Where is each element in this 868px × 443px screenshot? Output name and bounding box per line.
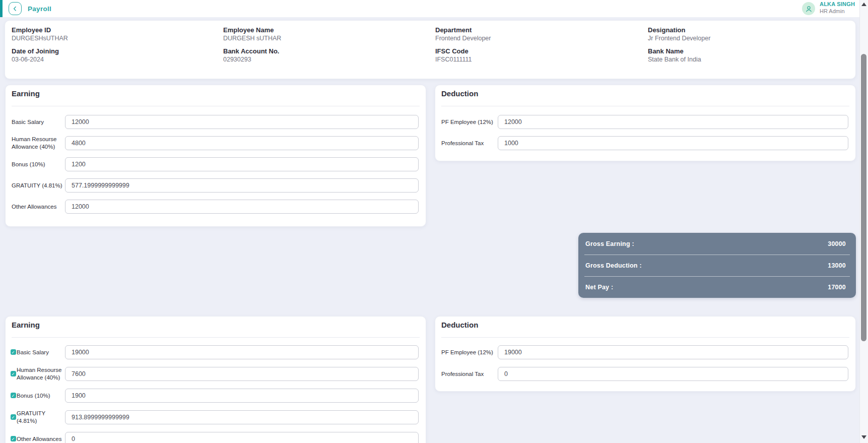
summary-value: 17000 bbox=[828, 284, 846, 291]
info-ifsc-code: IFSC Code IFSC0111111 bbox=[435, 48, 472, 63]
earning-card-current: Earning Basic Salary Human Resourse Allo… bbox=[5, 85, 426, 227]
field-label: Basic Salary bbox=[17, 349, 64, 356]
field-label: Basic Salary bbox=[12, 118, 63, 126]
card-title: Earning bbox=[12, 89, 40, 98]
info-employee-name: Employee Name DURGESH sUTHAR bbox=[223, 27, 281, 42]
triangle-up-icon[interactable] bbox=[861, 3, 866, 6]
field-label: Human Resourse Allowance (40%) bbox=[12, 136, 63, 151]
other-allowances-input-current[interactable] bbox=[65, 200, 419, 214]
other-allowances-input-new[interactable] bbox=[65, 432, 419, 443]
earning-row: Basic Salary bbox=[6, 345, 426, 359]
triangle-down-icon[interactable] bbox=[861, 435, 866, 439]
back-button[interactable] bbox=[9, 2, 22, 15]
user-info: ALKA SINGH HR Admin bbox=[820, 2, 855, 14]
hra-checkbox[interactable] bbox=[11, 371, 16, 376]
deduction-row: PF Employee (12%) bbox=[435, 115, 855, 129]
header: Payroll ALKA SINGH HR Admin bbox=[0, 0, 859, 17]
summary-label: Gross Deduction : bbox=[585, 262, 642, 269]
field-label: Human Resourse Allowance (40%) bbox=[17, 366, 64, 382]
card-title: Deduction bbox=[441, 89, 478, 98]
payroll-page: Payroll ALKA SINGH HR Admin Employee ID … bbox=[0, 0, 868, 443]
deduction-row: Professional Tax bbox=[435, 136, 855, 150]
earning-row: GRATUITY (4.81%) bbox=[6, 178, 426, 193]
bonus-input-new[interactable] bbox=[65, 389, 419, 403]
summary-value: 30000 bbox=[828, 240, 846, 247]
basic-salary-input-new[interactable] bbox=[65, 345, 419, 359]
info-date-of-joining: Date of Joining 03-06-2024 bbox=[12, 48, 59, 63]
card-title: Earning bbox=[12, 321, 40, 329]
summary-label: Net Pay : bbox=[585, 284, 613, 291]
summary-value: 13000 bbox=[828, 262, 846, 269]
gratuity-checkbox[interactable] bbox=[11, 414, 16, 420]
employee-info-card: Employee ID DURGESHsUTHAR Employee Name … bbox=[5, 20, 856, 79]
gratuity-input-current[interactable] bbox=[65, 178, 419, 193]
other-allowances-checkbox[interactable] bbox=[11, 436, 16, 441]
earning-row: Other Allowances bbox=[6, 200, 426, 214]
user-role: HR Admin bbox=[820, 9, 855, 14]
field-label: Other Allowances bbox=[12, 203, 63, 211]
divider bbox=[12, 106, 420, 106]
field-label: Professional Tax bbox=[441, 140, 495, 147]
pay-summary-card: Gross Earning : 30000 Gross Deduction : … bbox=[578, 233, 856, 298]
earning-row: GRATUITY (4.81%) bbox=[6, 410, 426, 424]
pf-employee-input-current[interactable] bbox=[498, 115, 848, 129]
deduction-row: PF Employee (12%) bbox=[435, 345, 855, 359]
deduction-row: Professional Tax bbox=[435, 367, 855, 381]
scrollbar[interactable] bbox=[859, 0, 868, 443]
field-label: Professional Tax bbox=[441, 370, 495, 378]
field-label: Other Allowances bbox=[17, 435, 64, 443]
accent-stripe bbox=[0, 0, 3, 17]
divider bbox=[12, 337, 420, 338]
bonus-input-current[interactable] bbox=[65, 157, 419, 171]
deduction-card-new: Deduction PF Employee (12%) Professional… bbox=[435, 316, 856, 392]
basic-salary-input-current[interactable] bbox=[65, 115, 419, 129]
field-label: PF Employee (12%) bbox=[441, 349, 495, 356]
field-label: Bonus (10%) bbox=[17, 392, 64, 400]
gross-deduction-row: Gross Deduction : 13000 bbox=[578, 255, 856, 276]
divider bbox=[441, 106, 849, 106]
info-bank-account: Bank Account No. 02930293 bbox=[223, 48, 279, 63]
gross-earning-row: Gross Earning : 30000 bbox=[578, 233, 856, 255]
avatar[interactable] bbox=[802, 2, 815, 15]
earning-row: Bonus (10%) bbox=[6, 157, 426, 171]
info-designation: Designation Jr Frontend Developer bbox=[648, 27, 710, 42]
field-label: Bonus (10%) bbox=[12, 161, 63, 168]
earning-row: Human Resourse Allowance (40%) bbox=[6, 367, 426, 381]
earning-row: Human Resourse Allowance (40%) bbox=[6, 136, 426, 150]
hra-input-current[interactable] bbox=[65, 136, 419, 150]
info-department: Department Frontend Developer bbox=[435, 27, 491, 42]
info-bank-name: Bank Name State Bank of India bbox=[648, 48, 701, 63]
chevron-left-icon bbox=[12, 5, 19, 12]
earning-card-new: Earning Basic Salary Human Resourse Allo… bbox=[5, 316, 426, 443]
earning-row: Bonus (10%) bbox=[6, 389, 426, 403]
professional-tax-input-new[interactable] bbox=[498, 367, 848, 381]
bonus-checkbox[interactable] bbox=[11, 393, 16, 398]
page-title: Payroll bbox=[28, 0, 51, 17]
field-label: GRATUITY (4.81%) bbox=[12, 182, 63, 189]
field-label: GRATUITY (4.81%) bbox=[17, 410, 64, 425]
scrollbar-thumb[interactable] bbox=[861, 54, 866, 341]
person-icon bbox=[805, 5, 813, 13]
net-pay-row: Net Pay : 17000 bbox=[578, 276, 856, 298]
hra-input-new[interactable] bbox=[65, 367, 419, 381]
earning-row: Other Allowances bbox=[6, 432, 426, 443]
info-employee-id: Employee ID DURGESHsUTHAR bbox=[12, 27, 68, 42]
summary-label: Gross Earning : bbox=[585, 240, 634, 247]
card-title: Deduction bbox=[441, 321, 478, 329]
earning-row: Basic Salary bbox=[6, 115, 426, 129]
basic-salary-checkbox[interactable] bbox=[11, 349, 16, 355]
professional-tax-input-current[interactable] bbox=[498, 136, 848, 150]
pf-employee-input-new[interactable] bbox=[498, 345, 848, 359]
deduction-card-current: Deduction PF Employee (12%) Professional… bbox=[435, 85, 856, 161]
gratuity-input-new[interactable] bbox=[65, 410, 419, 424]
user-name: ALKA SINGH bbox=[820, 2, 855, 7]
divider bbox=[441, 337, 849, 338]
field-label: PF Employee (12%) bbox=[441, 118, 495, 126]
